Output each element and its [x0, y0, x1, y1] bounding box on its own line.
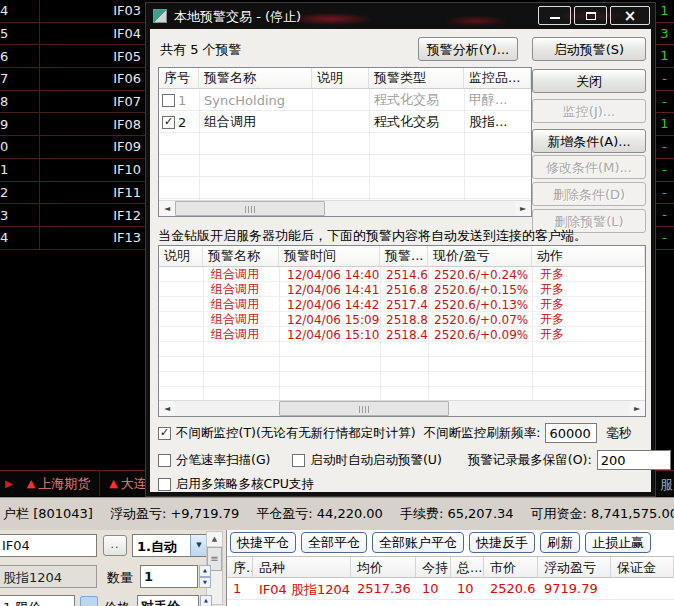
- checkbox-checked[interactable]: ✓: [162, 116, 175, 129]
- scroll-right-icon[interactable]: ►: [515, 201, 531, 216]
- col-alert-type[interactable]: 预警类型: [369, 68, 464, 88]
- horizontal-scrollbar[interactable]: ◄ ►: [159, 200, 531, 216]
- price-mode-button[interactable]: [80, 596, 98, 606]
- alert-row[interactable]: ✓2 组合调用 程式化交易 股指...: [159, 111, 531, 133]
- col-seq[interactable]: 序号: [159, 68, 199, 88]
- col-alert-name[interactable]: 预警名称: [203, 246, 279, 266]
- mode-dropdown[interactable]: 1.自动 ▼: [132, 534, 208, 557]
- scroll-up-icon[interactable]: ▲: [207, 532, 222, 547]
- col-desc[interactable]: 说明: [159, 246, 203, 266]
- quick-reverse-button[interactable]: 快捷反手: [469, 532, 535, 553]
- scroll-right-icon[interactable]: ►: [629, 401, 645, 416]
- checkbox-unchecked[interactable]: [158, 478, 171, 491]
- modify-condition-button[interactable]: 修改条件(M)...: [532, 155, 646, 179]
- watchlist-row[interactable]: 3IF12: [0, 204, 145, 227]
- col-action[interactable]: 动作: [532, 246, 645, 266]
- spin-up-icon[interactable]: ▲: [200, 595, 212, 606]
- contract-input[interactable]: [0, 534, 97, 557]
- watchlist-row[interactable]: 2IF11: [0, 182, 145, 205]
- tab-label: 大连: [121, 475, 147, 493]
- record-row[interactable]: 组合调用 12/04/06 15:10 2518.4 2520.6/+0.09%…: [159, 327, 645, 342]
- scroll-left-icon[interactable]: ◄: [159, 201, 175, 216]
- play-icon[interactable]: ▶: [0, 478, 18, 489]
- triangle-icon: ▲: [27, 477, 35, 490]
- cell-alert-price: 2517.4: [380, 298, 428, 312]
- cell-alert-time: 12/04/06 14:41: [279, 283, 380, 297]
- col-desc[interactable]: 说明: [312, 68, 369, 88]
- minimize-button[interactable]: [538, 6, 571, 25]
- position-row[interactable]: 1 IF04 股指1204 2517.36 10 10 2520.6 9719.…: [227, 579, 674, 600]
- col-alert-name[interactable]: 预警名称: [199, 68, 312, 88]
- quantity-stepper[interactable]: ▲▼: [199, 565, 211, 588]
- close-all-button[interactable]: 全部平仓: [301, 532, 367, 553]
- close-all-accounts-button[interactable]: 全部账户平仓: [372, 532, 464, 553]
- option-row-monitor: ✓ 不间断监控(T)(无论有无新行情都定时计算) 不间断监控刷新频率: 毫秒: [158, 423, 647, 443]
- col-seq[interactable]: 序..: [227, 557, 253, 577]
- close-button[interactable]: ×: [610, 6, 650, 25]
- col-monitored[interactable]: 监控品...: [464, 68, 531, 88]
- scrollbar-thumb[interactable]: [175, 201, 325, 216]
- watchlist-row[interactable]: 1IF10: [0, 159, 145, 182]
- alert-row[interactable]: 1 SyncHolding 程式化交易 甲醇...: [159, 89, 531, 111]
- watchlist-row[interactable]: 8IF07: [0, 91, 145, 114]
- col-alert-time[interactable]: 预警时间: [279, 246, 380, 266]
- watchlist-row[interactable]: 7IF06: [0, 68, 145, 91]
- alert-trading-dialog: 本地预警交易 - (停止) × 共有 5 个预警 预警分析(Y)... 启动预警…: [145, 2, 656, 497]
- close-dialog-button[interactable]: 关闭: [532, 69, 646, 93]
- market-value: -: [655, 136, 674, 159]
- market-value: -: [655, 159, 674, 182]
- scroll-left-icon[interactable]: ◄: [159, 401, 175, 416]
- dialog-titlebar[interactable]: 本地预警交易 - (停止) ×: [146, 3, 655, 29]
- watchlist-row[interactable]: 9IF08: [0, 113, 145, 136]
- checkbox-unchecked[interactable]: [158, 454, 171, 467]
- col-current-pl[interactable]: 现价/盈亏: [428, 246, 532, 266]
- freq-input[interactable]: [545, 423, 597, 443]
- horizontal-scrollbar[interactable]: ◄ ►: [159, 400, 645, 416]
- col-total[interactable]: 总...: [451, 557, 484, 577]
- stop-loss-button[interactable]: 止损止赢: [585, 532, 651, 553]
- mode-value: 1.自动: [133, 535, 190, 556]
- record-row[interactable]: 组合调用 12/04/06 14:42 2517.4 2520.6/+0.13%…: [159, 297, 645, 312]
- watchlist-row[interactable]: 5IF04: [0, 23, 145, 46]
- watchlist-row[interactable]: 0IF09: [0, 136, 145, 159]
- checkbox-checked[interactable]: ✓: [158, 427, 171, 440]
- spin-up-icon[interactable]: ▲: [199, 565, 211, 577]
- price-input[interactable]: [137, 595, 199, 606]
- spin-down-icon[interactable]: ▼: [199, 577, 211, 589]
- watchlist-row[interactable]: 6IF05: [0, 45, 145, 68]
- col-market-price[interactable]: 市价: [484, 557, 538, 577]
- quantity-input[interactable]: [140, 565, 198, 588]
- col-floating-pl[interactable]: 浮动盈亏: [538, 557, 611, 577]
- col-today[interactable]: 今持: [416, 557, 451, 577]
- maximize-button[interactable]: [574, 6, 607, 25]
- triangle-icon: ▲: [109, 477, 117, 490]
- start-alert-button[interactable]: 启动预警(S): [532, 37, 646, 61]
- watchlist-row[interactable]: 4IF13: [0, 227, 145, 250]
- col-alert-price[interactable]: 预警...: [380, 246, 428, 266]
- col-avg-price[interactable]: 均价: [351, 557, 416, 577]
- price-stepper[interactable]: ▲▼: [200, 595, 212, 606]
- close-icon: ×: [611, 7, 649, 25]
- price-mode-value: 1.限价: [0, 596, 74, 606]
- col-instrument[interactable]: 品种: [253, 557, 351, 577]
- delete-condition-button[interactable]: 删除条件(D): [532, 182, 646, 206]
- tab-shanghai-futures[interactable]: ▲上海期货: [18, 471, 100, 496]
- add-condition-button[interactable]: 新增条件(A)...: [532, 129, 646, 153]
- price-mode-dropdown[interactable]: 1.限价: [0, 595, 75, 606]
- refresh-button[interactable]: 刷新: [540, 532, 580, 553]
- watchlist-row[interactable]: 4IF03: [0, 0, 145, 23]
- record-row[interactable]: 组合调用 12/04/06 15:09 2518.8 2520.6/+0.07%…: [159, 312, 645, 327]
- cell-monitored: 甲醇...: [464, 91, 531, 109]
- keep-input[interactable]: [597, 450, 671, 470]
- record-row[interactable]: 组合调用 12/04/06 14:41 2516.8 2520.6/+0.15%…: [159, 282, 645, 297]
- checkbox-unchecked[interactable]: [292, 454, 305, 467]
- analyze-button[interactable]: 预警分析(Y)...: [418, 37, 518, 61]
- chevron-down-icon[interactable]: ▼: [190, 535, 207, 556]
- record-row[interactable]: 组合调用 12/04/06 14:40 2514.6 2520.6/+0.24%…: [159, 267, 645, 282]
- checkbox-unchecked[interactable]: [162, 94, 175, 107]
- quick-close-button[interactable]: 快捷平仓: [230, 532, 296, 553]
- browse-button[interactable]: ..: [103, 535, 127, 556]
- scrollbar-thumb[interactable]: [279, 401, 449, 416]
- monitor-button[interactable]: 监控(J)...: [532, 99, 646, 123]
- col-margin[interactable]: 保证金: [611, 557, 674, 577]
